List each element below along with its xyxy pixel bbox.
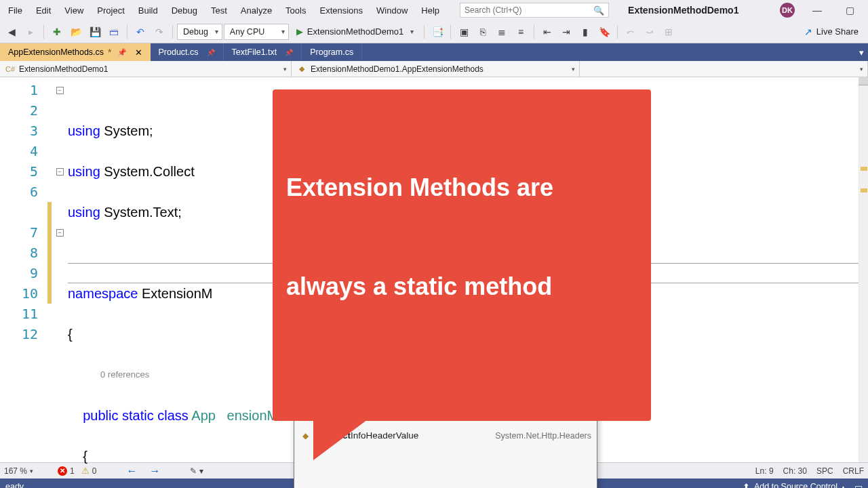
indent-left-btn[interactable]: ⇤ — [538, 23, 556, 41]
fold-toggle[interactable]: − — [56, 87, 64, 94]
zoom-control[interactable]: 167 % ▾ — [4, 466, 33, 476]
line-number: 9 — [0, 265, 47, 281]
tab-label: TextFile1.txt — [232, 47, 277, 57]
line-number: 7 — [0, 224, 47, 241]
menu-analyze[interactable]: Analyze — [234, 3, 279, 18]
menu-edit[interactable]: Edit — [29, 3, 58, 18]
split-handle[interactable] — [859, 77, 868, 85]
nav-back-btn[interactable]: ◀ — [3, 23, 20, 41]
fold-toggle[interactable]: − — [56, 168, 64, 176]
toolbar-btn-2[interactable]: ▣ — [455, 23, 473, 41]
line-number: 6 — [0, 184, 47, 200]
callout-line1: Extension Methods are — [286, 171, 637, 205]
nav-type-combo[interactable]: ◆ ExtensionMethodDemo1.AppExtensionMetho… — [292, 61, 580, 77]
pin-icon[interactable]: 📌 — [117, 48, 127, 57]
live-share-icon: ↗ — [804, 26, 812, 37]
tab-close-icon[interactable]: ✕ — [135, 47, 142, 58]
chevron-down-icon: ▾ — [410, 28, 414, 35]
status-ready: eady — [5, 482, 24, 488]
main-toolbar: ◀ ▸ ✚ 📂 💾 🗃 ↶ ↷ Debug Any CPU ▶ Extensio… — [0, 20, 868, 43]
indent-right-btn[interactable]: ⇥ — [557, 23, 575, 41]
redo-btn[interactable]: ↷ — [151, 23, 168, 41]
menu-window[interactable]: Window — [370, 3, 414, 18]
search-input[interactable] — [465, 5, 593, 15]
window-restore-button[interactable]: ▢ — [840, 2, 860, 18]
chevron-down-icon: ▾ — [30, 468, 33, 474]
menu-build[interactable]: Build — [132, 3, 165, 18]
dirty-indicator: * — [108, 47, 111, 58]
code-area[interactable]: using System; using System.Collect using… — [68, 77, 868, 462]
tab-label: AppExtensionMethods.cs — [8, 47, 104, 57]
tab-label: Program.cs — [310, 47, 353, 57]
chevron-down-icon: ▾ — [859, 47, 864, 58]
menu-file[interactable]: File — [1, 3, 29, 18]
undo-btn[interactable]: ↶ — [132, 23, 149, 41]
live-share-button[interactable]: ↗ Live Share — [797, 26, 865, 37]
line-number: 1 — [0, 82, 47, 98]
solution-name: ExtensionMethodDemo1 — [628, 5, 738, 16]
separator — [127, 25, 127, 39]
tab-textfile1[interactable]: TextFile1.txt 📌 — [224, 43, 302, 61]
pin-icon[interactable]: 📌 — [285, 49, 293, 56]
menu-help[interactable]: Help — [414, 3, 446, 18]
separator — [172, 25, 173, 39]
separator — [534, 25, 534, 39]
menu-test[interactable]: Test — [204, 3, 234, 18]
editor-overview-ruler[interactable] — [859, 77, 868, 462]
quick-launch-search[interactable]: 🔍 — [460, 3, 609, 18]
separator — [424, 25, 425, 39]
pin-icon[interactable]: 📌 — [207, 49, 215, 56]
code-editor[interactable]: 1− 2 3 4 5− 6 7− 8 9 10 11 12 using Syst… — [0, 77, 868, 462]
toolbar-btn-1[interactable]: 📑 — [429, 23, 446, 41]
nav-fwd-btn[interactable]: ▸ — [22, 23, 39, 41]
toolbar-btn-c[interactable]: ⊞ — [660, 23, 677, 41]
toolbar-btn-5[interactable]: ≡ — [512, 23, 530, 41]
error-icon: ✕ — [58, 466, 67, 476]
user-avatar[interactable]: DK — [780, 3, 795, 18]
nav-member-combo[interactable] — [580, 61, 868, 77]
nav-project-combo[interactable]: C# ExtensionMethodDemo1 — [0, 61, 292, 77]
save-all-btn[interactable]: 🗃 — [105, 23, 123, 41]
start-debug-button[interactable]: ▶ ExtensionMethodDemo1 ▾ — [290, 23, 420, 41]
window-minimize-button[interactable]: — — [807, 2, 827, 18]
toolbar-btn-b[interactable]: ⤻ — [641, 23, 658, 41]
save-btn[interactable]: 💾 — [86, 23, 104, 41]
tabstrip-overflow[interactable]: ▾ — [855, 43, 868, 61]
menu-bar: File Edit View Project Build Debug Test … — [0, 0, 868, 20]
separator — [617, 25, 618, 39]
tab-product[interactable]: Product.cs 📌 — [151, 43, 224, 61]
menu-view[interactable]: View — [58, 3, 90, 18]
line-number: 10 — [0, 285, 47, 302]
menu-debug[interactable]: Debug — [165, 3, 204, 18]
solution-config-combo[interactable]: Debug — [177, 24, 222, 40]
tab-appextensionmethods[interactable]: AppExtensionMethods.cs * 📌 ✕ — [0, 43, 151, 61]
callout-tail — [313, 420, 368, 460]
menu-tools[interactable]: Tools — [279, 3, 313, 18]
line-number: 11 — [0, 306, 47, 322]
zoom-value: 167 % — [4, 466, 27, 476]
comment-btn[interactable]: ▮ — [576, 23, 594, 41]
line-number: 3 — [0, 123, 47, 139]
editor-nav-bar: C# ExtensionMethodDemo1 ◆ ExtensionMetho… — [0, 61, 868, 77]
line-number: 5 — [0, 163, 47, 180]
solution-platform-combo[interactable]: Any CPU — [224, 24, 289, 40]
bookmark-btn[interactable]: 🔖 — [595, 23, 613, 41]
search-icon: 🔍 — [593, 5, 604, 16]
intellisense-item[interactable]: ◆ AssemblyProductAttribute System.Reflec… — [294, 484, 597, 488]
toolbar-btn-4[interactable]: ≣ — [493, 23, 511, 41]
callout-line2: always a static method — [286, 270, 637, 304]
line-number: 4 — [0, 143, 47, 159]
change-marker — [861, 167, 867, 171]
toolbar-btn-a[interactable]: ⤺ — [622, 23, 639, 41]
start-target-label: ExtensionMethodDemo1 — [307, 26, 403, 37]
menu-extensions[interactable]: Extensions — [313, 3, 370, 18]
line-number: 2 — [0, 102, 47, 119]
toolbar-btn-3[interactable]: ⎘ — [474, 23, 492, 41]
new-project-btn[interactable]: ✚ — [48, 23, 66, 41]
tab-program[interactable]: Program.cs — [302, 43, 362, 61]
live-share-label: Live Share — [816, 26, 859, 37]
menu-project[interactable]: Project — [90, 3, 131, 18]
nav-type-label: ExtensionMethodDemo1.AppExtensionMethods — [311, 64, 484, 74]
fold-toggle[interactable]: − — [56, 229, 64, 237]
open-file-btn[interactable]: 📂 — [67, 23, 85, 41]
